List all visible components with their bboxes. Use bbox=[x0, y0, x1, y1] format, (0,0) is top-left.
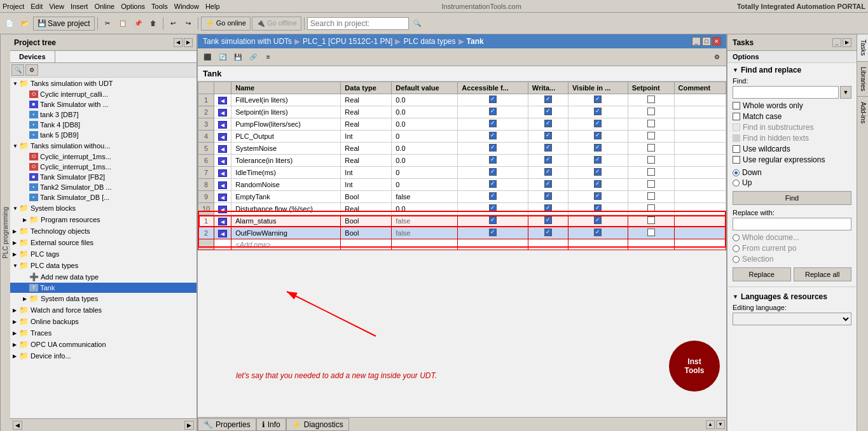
toolbar-delete[interactable]: 🗑 bbox=[146, 17, 160, 31]
table-row[interactable]: 5 ◀ SystemNoise Real 0.0 bbox=[198, 143, 726, 155]
direction-down-row[interactable]: Down bbox=[733, 168, 851, 177]
bottom-collapse-btn[interactable]: ▼ bbox=[716, 420, 725, 429]
tree-item-add-new-data-type[interactable]: ➕ Add new data type bbox=[10, 271, 196, 283]
find-dropdown-btn[interactable]: ▼ bbox=[840, 86, 851, 99]
use-regex-row[interactable]: Use regular expressions bbox=[733, 155, 851, 164]
toolbar-copy[interactable]: 📋 bbox=[116, 17, 130, 31]
whole-words-checkbox[interactable] bbox=[733, 102, 740, 110]
table-row-outflow[interactable]: 2 ◀ OutFlowWarning Bool false bbox=[198, 227, 726, 239]
tree-item-tank5[interactable]: ▪ tank 5 [DB9] bbox=[10, 130, 196, 140]
tree-item-program-resources[interactable]: ▶ 📁 Program resources bbox=[10, 214, 196, 225]
bottom-expand-btn[interactable]: ▲ bbox=[706, 420, 715, 429]
tree-item-device-info[interactable]: ▶ 📁 Device info... bbox=[10, 350, 196, 362]
toolbar-cut[interactable]: ✂ bbox=[100, 17, 114, 31]
match-case-checkbox-row[interactable]: Match case bbox=[733, 112, 851, 121]
table-row-addnew[interactable]: <Add new> bbox=[198, 239, 726, 250]
match-case-checkbox[interactable] bbox=[733, 113, 740, 120]
tree-item-tank3[interactable]: ▪ tank 3 [DB7] bbox=[10, 110, 196, 120]
from-current-radio[interactable] bbox=[733, 245, 740, 252]
tree-item-external-sources[interactable]: ▶ 📁 External source files bbox=[10, 237, 196, 248]
tree-search-btn[interactable]: 🔍 bbox=[11, 64, 24, 76]
save-project-btn[interactable]: 💾 Save project bbox=[33, 17, 95, 31]
search-input[interactable] bbox=[307, 17, 409, 30]
panel-minimize-btn[interactable]: _ bbox=[832, 38, 841, 47]
tree-item-tank-simulator[interactable]: ■ Tank Simulator with ... bbox=[10, 99, 196, 110]
menu-project[interactable]: Project bbox=[3, 3, 24, 10]
menu-insert[interactable]: Insert bbox=[71, 3, 88, 10]
menu-window[interactable]: Window bbox=[174, 3, 199, 10]
tree-collapse-btn[interactable]: ◀ bbox=[174, 38, 183, 47]
find-substructures-checkbox[interactable] bbox=[733, 124, 740, 131]
table-row[interactable]: 4 ◀ PLC_Output Int 0 bbox=[198, 131, 726, 143]
tree-item-tank4[interactable]: ▪ Tank 4 [DB8] bbox=[10, 120, 196, 130]
menu-options[interactable]: Options bbox=[121, 3, 145, 10]
tree-item-system-blocks[interactable]: ▼ 📁 System blocks bbox=[10, 202, 196, 214]
table-row-alarm[interactable]: 1 ◀ Alarm_status Bool false bbox=[198, 215, 726, 227]
selection-radio[interactable] bbox=[733, 256, 740, 263]
tree-item-cyclic-1ms-2[interactable]: O Cyclic_interrupt_1ms... bbox=[10, 162, 196, 172]
diagnostics-btn[interactable]: ⚡ Diagnostics bbox=[286, 418, 349, 431]
find-btn[interactable]: Find bbox=[733, 191, 851, 205]
toolbar-new[interactable]: 📄 bbox=[3, 17, 17, 31]
menu-online[interactable]: Online bbox=[94, 3, 114, 10]
tree-item-plc-tags[interactable]: ▶ 📁 PLC tags bbox=[10, 248, 196, 260]
use-regex-checkbox[interactable] bbox=[733, 156, 740, 164]
direction-down-radio[interactable] bbox=[733, 169, 740, 176]
tree-item-system-data-types[interactable]: ▶ 📁 System data types bbox=[10, 293, 196, 304]
tree-item-plc-data-types[interactable]: ▼ 📁 PLC data types bbox=[10, 260, 196, 271]
tree-bottom-right[interactable]: ▶ bbox=[184, 421, 194, 430]
breadcrumb-part2[interactable]: PLC_1 [CPU 1512C-1 PN] bbox=[303, 37, 392, 46]
content-btn-2[interactable]: 🔄 bbox=[216, 50, 230, 64]
window-minimize-btn[interactable]: _ bbox=[692, 37, 701, 46]
whole-doc-row[interactable]: Whole docume... bbox=[733, 233, 851, 242]
table-row[interactable]: 7 ◀ IdleTime(ms) Int 0 bbox=[198, 167, 726, 179]
direction-up-row[interactable]: Up bbox=[733, 178, 851, 187]
tab-libraries[interactable]: Libraries bbox=[857, 62, 868, 97]
tree-expand-btn[interactable]: ▶ bbox=[184, 38, 193, 47]
find-hidden-checkbox[interactable] bbox=[733, 134, 740, 142]
tab-tasks[interactable]: Tasks bbox=[857, 34, 868, 62]
editing-lang-select[interactable] bbox=[733, 313, 851, 325]
find-input[interactable] bbox=[733, 86, 839, 99]
breadcrumb-part1[interactable]: Tank simulation with UDTs bbox=[203, 37, 292, 46]
table-row[interactable]: 1 ◀ FillLevel(in liters) Real 0.0 bbox=[198, 94, 726, 106]
selection-row[interactable]: Selection bbox=[733, 255, 851, 264]
direction-up-radio[interactable] bbox=[733, 180, 740, 187]
from-current-row[interactable]: From current po bbox=[733, 244, 851, 253]
toolbar-go-offline[interactable]: 🔌 Go offline bbox=[252, 17, 301, 31]
tree-item-tanks-sim-udt[interactable]: ▼ 📁 Tanks simulation with UDT bbox=[10, 78, 196, 89]
tree-item-tanks-sim-without[interactable]: ▼ 📁 Tanks simulation withou... bbox=[10, 140, 196, 152]
tree-item-cyclic-interrupt[interactable]: O Cyclic interrupt_calli... bbox=[10, 89, 196, 99]
window-close-btn[interactable]: ✕ bbox=[712, 37, 721, 46]
use-wildcards-checkbox[interactable] bbox=[733, 145, 740, 153]
window-restore-btn[interactable]: □ bbox=[702, 37, 711, 46]
info-btn[interactable]: ℹ Info bbox=[256, 418, 286, 431]
tree-settings-btn[interactable]: ⚙ bbox=[25, 64, 38, 76]
find-replace-title[interactable]: ▼ Find and replace bbox=[733, 66, 851, 74]
menu-help[interactable]: Help bbox=[205, 3, 220, 10]
menu-tools[interactable]: Tools bbox=[151, 3, 168, 10]
table-row[interactable]: 3 ◀ PumpFlow(liters/sec) Real 0.0 bbox=[198, 118, 726, 131]
table-row[interactable]: 8 ◀ RandomNoise Int 0 bbox=[198, 179, 726, 191]
tree-item-watch-force[interactable]: ▶ 📁 Watch and force tables bbox=[10, 304, 196, 316]
table-row[interactable]: 9 ◀ EmptyTank Bool false bbox=[198, 191, 726, 203]
tab-devices[interactable]: Devices bbox=[10, 51, 55, 62]
properties-btn[interactable]: 🔧 Properties bbox=[198, 418, 256, 431]
content-btn-5[interactable]: ≡ bbox=[261, 50, 275, 64]
tab-addins[interactable]: Add-ins bbox=[857, 97, 868, 129]
tree-item-online-backups[interactable]: ▶ 📁 Online backups bbox=[10, 316, 196, 327]
content-btn-3[interactable]: 💾 bbox=[231, 50, 245, 64]
tree-item-opc-ua[interactable]: ▶ 📁 OPC UA communication bbox=[10, 339, 196, 350]
table-row[interactable]: 6 ◀ Tolerance(in liters) Real 0.0 bbox=[198, 155, 726, 167]
menu-view[interactable]: View bbox=[49, 3, 64, 10]
find-hidden-row[interactable]: Find in hidden texts bbox=[733, 134, 851, 143]
menu-edit[interactable]: Edit bbox=[31, 3, 43, 10]
tree-item-tank-sim-fb2[interactable]: ■ Tank Simulator [FB2] bbox=[10, 172, 196, 182]
find-substructures-row[interactable]: Find in substructures bbox=[733, 123, 851, 132]
replace-input[interactable] bbox=[733, 218, 851, 230]
tree-item-tank-sim-db[interactable]: ▪ Tank Simulator_DB [... bbox=[10, 192, 196, 202]
table-row[interactable]: 10 ◀ Disturbance flow (%/sec) Real 0.0 bbox=[198, 203, 726, 215]
table-row[interactable]: 2 ◀ Setpoint(in liters) Real 0.0 bbox=[198, 106, 726, 118]
tree-item-tank[interactable]: T Tank bbox=[10, 283, 196, 293]
toolbar-undo[interactable]: ↩ bbox=[166, 17, 180, 31]
